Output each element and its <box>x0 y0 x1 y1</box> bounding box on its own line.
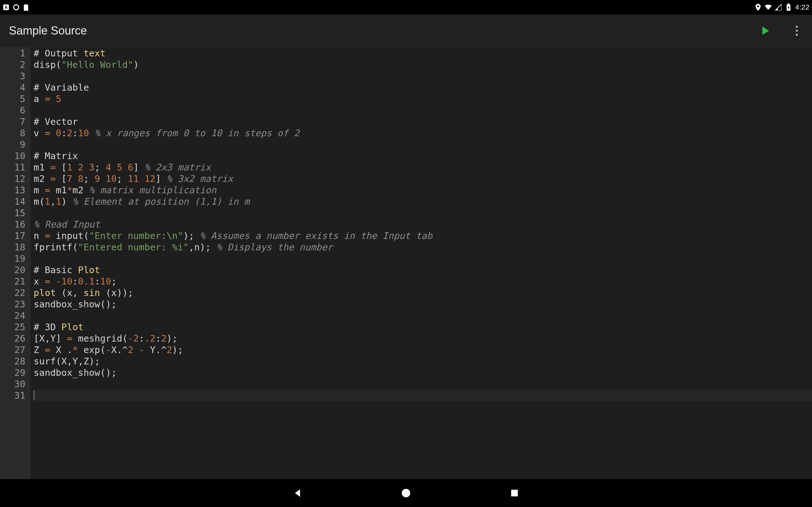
code-line[interactable]: sandbox_show(); <box>34 298 812 310</box>
line-number: 2 <box>0 59 26 70</box>
code-line[interactable]: surf(X,Y,Z); <box>34 355 812 367</box>
nav-recents-button[interactable] <box>508 487 521 500</box>
code-line[interactable]: plot (x, sin (x)); <box>34 287 812 298</box>
line-number: 27 <box>0 344 26 355</box>
battery-charging-icon <box>785 4 792 11</box>
code-line[interactable]: m(1,1) % Element at position (1,1) in m <box>34 196 812 207</box>
screen: A 4:22 Sample Source <box>0 0 812 507</box>
wifi-icon <box>765 4 772 11</box>
svg-rect-7 <box>796 30 798 32</box>
svg-rect-6 <box>796 26 798 27</box>
line-number: 9 <box>0 139 26 150</box>
code-line[interactable] <box>34 70 812 82</box>
code-line[interactable]: % Read Input <box>34 219 812 230</box>
code-line[interactable] <box>34 139 812 150</box>
sd-card-icon <box>23 4 30 11</box>
app-bar: Sample Source <box>0 14 812 47</box>
code-line[interactable] <box>34 390 812 401</box>
line-number: 10 <box>0 150 26 162</box>
line-number: 8 <box>0 127 26 139</box>
svg-rect-8 <box>796 34 798 36</box>
line-number: 29 <box>0 367 26 378</box>
svg-text:A: A <box>4 5 8 10</box>
line-number: 19 <box>0 253 26 264</box>
line-number: 31 <box>0 390 26 401</box>
code-line[interactable]: a = 5 <box>34 93 812 105</box>
code-line[interactable]: x = -10:0.1:10; <box>34 276 812 287</box>
status-right: 4:22 <box>755 3 809 11</box>
run-button[interactable] <box>759 24 771 37</box>
code-line[interactable]: fprintf("Entered number: %i",n); % Displ… <box>34 241 812 253</box>
status-time: 4:22 <box>795 3 809 11</box>
overflow-menu-button[interactable] <box>791 24 803 37</box>
line-number: 5 <box>0 93 26 105</box>
code-line[interactable]: [X,Y] = meshgrid(-2:.2:2); <box>34 333 812 344</box>
line-number: 23 <box>0 298 26 310</box>
line-number: 25 <box>0 321 26 333</box>
line-number: 16 <box>0 219 26 230</box>
android-nav-bar <box>0 479 812 507</box>
android-status-bar: A 4:22 <box>0 0 812 14</box>
line-number: 24 <box>0 310 26 321</box>
circle-icon <box>13 4 20 11</box>
line-number: 11 <box>0 162 26 173</box>
line-number: 3 <box>0 70 26 82</box>
line-number: 21 <box>0 276 26 287</box>
code-line[interactable]: # Variable <box>34 82 812 93</box>
line-number: 6 <box>0 105 26 116</box>
code-line[interactable]: sandbox_show(); <box>34 367 812 378</box>
line-number: 1 <box>0 48 26 59</box>
code-line[interactable]: # Output text <box>34 48 812 59</box>
line-number: 18 <box>0 241 26 253</box>
line-number: 20 <box>0 264 26 276</box>
cellular-icon <box>775 4 782 11</box>
line-number-gutter: 1234567891011121314151617181920212223242… <box>0 47 31 479</box>
line-number: 22 <box>0 287 26 298</box>
play-icon <box>760 25 770 36</box>
code-line[interactable] <box>34 105 812 116</box>
code-line[interactable]: # 3D Plot <box>34 321 812 333</box>
status-left: A <box>3 4 30 11</box>
line-number: 17 <box>0 230 26 241</box>
page-title: Sample Source <box>9 24 87 38</box>
appbar-actions <box>759 24 803 37</box>
code-line[interactable] <box>34 207 812 219</box>
line-number: 30 <box>0 378 26 390</box>
code-line[interactable]: m2 = [7 8; 9 10; 11 12] % 3x2 matrix <box>34 173 812 184</box>
code-line[interactable]: m = m1*m2 % matrix multiplication <box>34 184 812 196</box>
nav-back-button[interactable] <box>291 487 304 500</box>
svg-point-9 <box>402 489 410 498</box>
line-number: 28 <box>0 355 26 367</box>
code-line[interactable]: m1 = [1 2 3; 4 5 6] % 2x3 matrix <box>34 162 812 173</box>
location-icon <box>755 4 762 11</box>
line-number: 14 <box>0 196 26 207</box>
home-circle-icon <box>401 488 411 498</box>
code-line[interactable]: n = input("Enter number:\n"); % Assumes … <box>34 230 812 241</box>
svg-point-2 <box>14 5 19 10</box>
svg-rect-5 <box>788 3 790 4</box>
line-number: 7 <box>0 116 26 127</box>
line-number: 26 <box>0 333 26 344</box>
code-line[interactable] <box>34 378 812 390</box>
line-number: 4 <box>0 82 26 93</box>
line-number: 15 <box>0 207 26 219</box>
code-line[interactable]: disp("Hello World") <box>34 59 812 70</box>
code-editor[interactable]: 1234567891011121314151617181920212223242… <box>0 47 812 479</box>
svg-point-3 <box>757 5 759 7</box>
code-line[interactable]: # Basic Plot <box>34 264 812 276</box>
nav-home-button[interactable] <box>399 487 413 500</box>
line-number: 12 <box>0 173 26 184</box>
code-line[interactable]: # Vector <box>34 116 812 127</box>
code-line[interactable]: v = 0:2:10 % x ranges from 0 to 10 in st… <box>34 127 812 139</box>
more-vert-icon <box>795 25 798 36</box>
code-line[interactable]: # Matrix <box>34 150 812 162</box>
svg-rect-10 <box>511 490 518 497</box>
code-line[interactable] <box>34 253 812 264</box>
text-caret <box>34 391 34 400</box>
code-line[interactable]: Z = X .* exp(-X.^2 - Y.^2); <box>34 344 812 355</box>
code-line[interactable] <box>34 310 812 321</box>
line-number: 13 <box>0 184 26 196</box>
code-area[interactable]: # Output textdisp("Hello World") # Varia… <box>31 47 812 479</box>
recents-square-icon <box>510 489 519 498</box>
back-triangle-icon <box>293 488 303 498</box>
